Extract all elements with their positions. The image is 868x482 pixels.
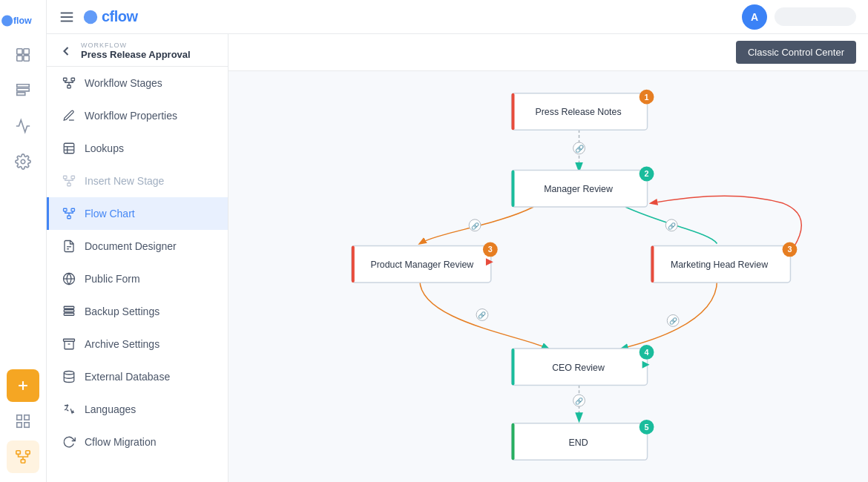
sidebar-nav: Workflow Stages Workflow Properties Look…	[47, 67, 228, 482]
svg-rect-23	[64, 143, 74, 153]
sidebar-item-cflow-migration-label: Cflow Migration	[85, 436, 156, 448]
workflow-title: Press Release Approval	[81, 49, 191, 60]
svg-rect-15	[21, 460, 25, 463]
svg-text:5: 5	[645, 423, 649, 432]
sidebar-item-lookups[interactable]: Lookups	[47, 132, 228, 165]
svg-text:CEO Review: CEO Review	[552, 363, 605, 373]
flowchart-svg: 🔗 🔗 🔗	[228, 71, 868, 482]
svg-text:Product Manager Review: Product Manager Review	[370, 260, 473, 270]
svg-rect-37	[64, 306, 74, 308]
svg-rect-20	[64, 78, 68, 81]
rail-grid-icon[interactable]	[7, 405, 39, 438]
svg-rect-2	[17, 49, 22, 54]
icon-rail: flow	[0, 0, 47, 482]
workflow-header: WORKFLOW Press Release Approval	[47, 34, 228, 67]
svg-rect-69	[512, 171, 515, 207]
svg-text:1: 1	[645, 93, 649, 102]
svg-text:3: 3	[787, 245, 792, 254]
sidebar-item-languages-label: Languages	[85, 403, 136, 415]
svg-text:🔗: 🔗	[575, 397, 584, 406]
svg-rect-13	[16, 451, 21, 455]
svg-text:🔗: 🔗	[478, 311, 487, 320]
cflow-logo: cflow	[82, 8, 138, 25]
sidebar-item-public-form-label: Public Form	[85, 273, 140, 285]
sidebar-item-archive-settings-label: Archive Settings	[85, 338, 160, 350]
search-input[interactable]	[775, 7, 856, 26]
node-marketing-head-review[interactable]: Marketing Head Review 3	[651, 242, 798, 283]
svg-rect-14	[26, 451, 30, 455]
sidebar-item-workflow-stages-label: Workflow Stages	[85, 77, 162, 89]
svg-text:Manager Review: Manager Review	[544, 184, 613, 194]
node-ceo-review[interactable]: CEO Review 4	[512, 345, 654, 385]
svg-text:3: 3	[488, 245, 493, 254]
rail-reports-icon[interactable]	[7, 74, 39, 107]
svg-rect-22	[68, 85, 71, 88]
node-end[interactable]: END 5	[512, 420, 654, 460]
svg-point-45	[64, 372, 74, 375]
sidebar-item-lookups-label: Lookups	[85, 142, 124, 154]
svg-text:Marketing Head Review: Marketing Head Review	[671, 260, 768, 270]
global-header: cflow A	[47, 0, 868, 34]
sidebar-item-external-database-label: External Database	[85, 371, 170, 383]
sidebar-item-backup-settings[interactable]: Backup Settings	[47, 295, 228, 328]
node-press-release-notes[interactable]: Press Release Notes 1	[512, 90, 654, 130]
app-logo: flow	[0, 6, 46, 39]
svg-rect-10	[24, 415, 29, 420]
svg-rect-64	[512, 93, 515, 130]
svg-rect-39	[64, 313, 74, 315]
svg-rect-85	[512, 349, 515, 385]
sidebar-item-workflow-properties[interactable]: Workflow Properties	[47, 99, 228, 132]
svg-text:END: END	[569, 438, 588, 448]
svg-text:2: 2	[645, 169, 649, 178]
sidebar-item-public-form[interactable]: Public Form	[47, 263, 228, 295]
rail-settings-icon[interactable]	[7, 145, 39, 178]
svg-text:🔗: 🔗	[575, 144, 585, 153]
sidebar-item-languages[interactable]: Languages	[47, 393, 228, 426]
user-avatar[interactable]: A	[742, 4, 767, 30]
sidebar-item-external-database[interactable]: External Database	[47, 360, 228, 393]
svg-rect-3	[24, 49, 29, 54]
svg-rect-38	[64, 310, 74, 312]
svg-rect-12	[24, 423, 29, 427]
hamburger-icon[interactable]	[59, 9, 75, 25]
svg-rect-32	[68, 216, 71, 219]
sidebar-item-archive-settings[interactable]: Archive Settings	[47, 328, 228, 360]
node-manager-review[interactable]: Manager Review 2	[512, 167, 654, 207]
workflow-label: WORKFLOW	[81, 42, 191, 49]
sidebar-item-document-designer-label: Document Designer	[85, 240, 177, 252]
node-product-manager-review[interactable]: Product Manager Review 3	[352, 242, 498, 283]
svg-rect-5	[24, 56, 29, 61]
sidebar-item-cflow-migration[interactable]: Cflow Migration	[47, 426, 228, 458]
flowchart-canvas: 🔗 🔗 🔗	[228, 71, 868, 482]
svg-point-0	[1, 15, 13, 26]
svg-rect-31	[71, 208, 75, 211]
rail-dashboard-icon[interactable]	[7, 39, 39, 71]
svg-rect-80	[651, 245, 654, 282]
svg-point-19	[84, 10, 97, 23]
sidebar-item-workflow-properties-label: Workflow Properties	[85, 110, 177, 122]
sidebar-item-flow-chart[interactable]: Flow Chart	[47, 197, 228, 230]
svg-rect-74	[352, 245, 355, 282]
svg-rect-9	[17, 415, 22, 420]
svg-point-6	[21, 159, 25, 164]
svg-rect-11	[17, 423, 22, 427]
sidebar-item-flow-chart-label: Flow Chart	[85, 208, 135, 219]
classic-control-center-button[interactable]: Classic Control Center	[736, 41, 856, 64]
svg-text:🔗: 🔗	[471, 222, 480, 231]
main-topbar: Classic Control Center	[228, 34, 868, 71]
svg-text:flow: flow	[13, 16, 32, 26]
rail-workflow-icon[interactable]	[7, 440, 39, 473]
sidebar-item-document-designer[interactable]: Document Designer	[47, 230, 228, 263]
svg-text:Press Release Notes: Press Release Notes	[536, 107, 622, 117]
sidebar: WORKFLOW Press Release Approval Workflow…	[47, 34, 228, 482]
svg-rect-30	[64, 208, 68, 211]
add-button[interactable]	[7, 369, 39, 402]
sidebar-item-insert-new-stage[interactable]: Insert New Stage	[47, 165, 228, 197]
sidebar-item-backup-settings-label: Backup Settings	[85, 306, 160, 317]
sidebar-item-workflow-stages[interactable]: Workflow Stages	[47, 67, 228, 99]
back-button[interactable]	[59, 44, 73, 59]
svg-text:🔗: 🔗	[669, 317, 678, 326]
svg-rect-4	[17, 56, 22, 61]
rail-analytics-icon[interactable]	[7, 110, 39, 142]
svg-rect-21	[71, 78, 75, 81]
